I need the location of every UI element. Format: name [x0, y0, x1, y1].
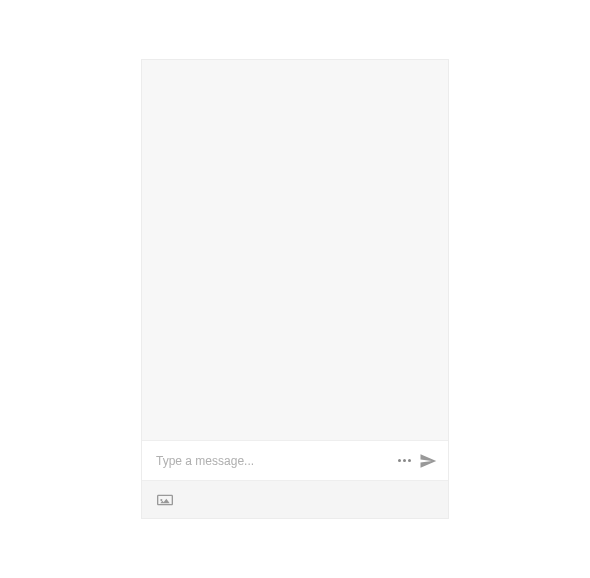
- attachment-bar: [142, 480, 448, 518]
- input-bar: [142, 440, 448, 480]
- messages-area: [142, 60, 448, 440]
- more-icon: [398, 459, 411, 462]
- image-icon: [157, 493, 173, 507]
- message-input[interactable]: [156, 454, 394, 468]
- more-options-button[interactable]: [394, 451, 414, 471]
- image-attachment-button[interactable]: [156, 491, 174, 509]
- send-button[interactable]: [418, 451, 438, 471]
- send-icon: [419, 452, 437, 470]
- chat-panel: [141, 59, 449, 519]
